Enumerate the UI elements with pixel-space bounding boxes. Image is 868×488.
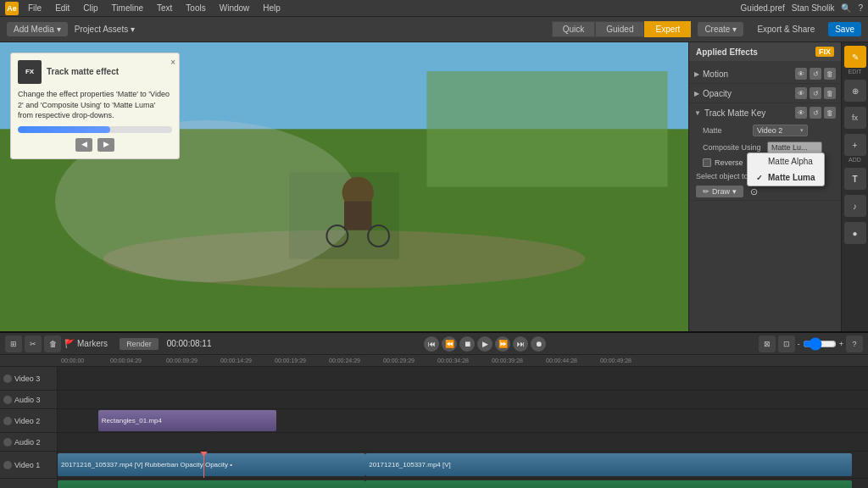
- track-eye-video3[interactable]: [3, 374, 12, 383]
- opacity-eye-icon[interactable]: 👁: [795, 87, 807, 99]
- video1-clip-1[interactable]: 20171216_105337.mp4 [V] Rubberban Opacit…: [58, 453, 365, 477]
- menu-window[interactable]: Window: [217, 3, 253, 13]
- mode-tabs: Quick Guided Expert: [552, 21, 692, 37]
- track-content-audio3-top: [58, 391, 868, 408]
- timeline-ruler: 00:00:00 00:00:04:29 00:00:09:29 00:00:1…: [0, 355, 868, 367]
- project-assets-button[interactable]: Project Assets ▾: [75, 25, 135, 34]
- track-matte-eye-icon[interactable]: 👁: [795, 107, 807, 119]
- composite-row: Composite Using Matte Lu... ▾ Matte Alph…: [689, 139, 841, 156]
- motion-reset-icon[interactable]: ↺: [810, 68, 821, 80]
- composite-option-matte-alpha[interactable]: Matte Alpha: [748, 153, 824, 169]
- tooltip-box: FX Track matte effect × Change the effec…: [10, 53, 180, 159]
- ruler-time-3: 00:00:14:29: [220, 358, 252, 363]
- track-matte-delete-icon[interactable]: 🗑: [824, 107, 836, 119]
- tool-audio-button[interactable]: ♪: [844, 195, 866, 217]
- video1-clip-2[interactable]: 20171216_105337.mp4 [V]: [365, 453, 852, 477]
- tool-transform-button[interactable]: ⊕: [844, 80, 866, 102]
- matte-dropdown[interactable]: Video 2 ▾: [753, 125, 808, 136]
- main-content: FX Track matte effect × Change the effec…: [0, 42, 868, 331]
- track-header-video3: Video 3: [0, 367, 58, 390]
- tool-group-audio: ♪: [844, 195, 866, 217]
- effect-group-opacity-header[interactable]: ▶ Opacity 👁 ↺ 🗑: [689, 84, 841, 103]
- transport-stop[interactable]: ⏹: [459, 336, 475, 352]
- matte-dropdown-arrow: ▾: [800, 127, 804, 134]
- draw-extra-icon[interactable]: ⊙: [750, 186, 758, 197]
- menu-clip[interactable]: Clip: [81, 3, 100, 13]
- timeline-help-button[interactable]: ?: [846, 336, 863, 352]
- tooltip-next-button[interactable]: ▶: [97, 138, 114, 152]
- track-eye-video1[interactable]: [3, 461, 12, 469]
- tooltip-prev-button[interactable]: ◀: [75, 138, 92, 152]
- tool-effects-button[interactable]: fx: [844, 107, 866, 129]
- effect-group-track-matte-header[interactable]: ▼ Track Matte Key 👁 ↺ 🗑: [689, 103, 841, 122]
- timeline-tool-1[interactable]: ⊞: [5, 336, 22, 352]
- video2-clip-1[interactable]: Rectangles_01.mp4: [98, 410, 276, 430]
- menu-tools[interactable]: Tools: [183, 3, 208, 13]
- help-icon[interactable]: ?: [858, 3, 863, 13]
- audio3-clip-2[interactable]: 20171216_105337.mp4 [A]: [365, 480, 852, 488]
- transport-goto-start[interactable]: ⏮: [424, 336, 439, 352]
- effect-group-opacity: ▶ Opacity 👁 ↺ 🗑: [689, 84, 841, 103]
- menu-help[interactable]: Help: [260, 3, 283, 13]
- tab-guided[interactable]: Guided: [595, 21, 644, 37]
- track-header-audio3-top: Audio 3: [0, 391, 58, 408]
- timeline-tool-3[interactable]: 🗑: [44, 336, 61, 352]
- tab-quick[interactable]: Quick: [552, 21, 596, 37]
- export-share-label: Export & Share: [757, 25, 815, 34]
- menu-timeline[interactable]: Timeline: [109, 3, 146, 13]
- ruler-time-7: 00:00:34:28: [437, 358, 469, 363]
- create-button[interactable]: Create ▾: [698, 22, 743, 36]
- track-matte-reset-icon[interactable]: ↺: [810, 107, 821, 119]
- transport-record[interactable]: ⏺: [531, 336, 546, 352]
- fix-label[interactable]: FIX: [815, 47, 834, 57]
- add-media-button[interactable]: Add Media ▾: [7, 22, 68, 36]
- track-header-video1: Video 1: [0, 452, 58, 478]
- track-audio2: Audio 2: [0, 433, 868, 452]
- timeline-toggle-2[interactable]: ⊡: [778, 336, 795, 352]
- transport-rewind[interactable]: ⏪: [442, 336, 457, 352]
- menu-text[interactable]: Text: [154, 3, 175, 13]
- zoom-slider[interactable]: [803, 337, 837, 351]
- composite-dropdown-trigger[interactable]: Matte Lu... ▾: [767, 141, 822, 153]
- track-matte-icons: 👁 ↺ 🗑: [795, 107, 836, 119]
- opacity-delete-icon[interactable]: 🗑: [824, 87, 836, 99]
- export-share-button[interactable]: Export & Share: [750, 22, 821, 36]
- applied-effects-title: Applied Effects: [696, 47, 758, 57]
- clip-label-video2-1: Rectangles_01.mp4: [102, 417, 162, 424]
- tool-edit-button[interactable]: ✎: [844, 46, 866, 68]
- effect-group-motion-header[interactable]: ▶ Motion 👁 ↺ 🗑: [689, 64, 841, 83]
- composite-options-dropdown: Matte Alpha ✓ Matte Luma: [747, 152, 825, 186]
- reverse-checkbox[interactable]: [703, 158, 711, 167]
- transport-fast-forward[interactable]: ⏩: [495, 336, 510, 352]
- zoom-minus-icon[interactable]: -: [798, 340, 800, 348]
- tool-record-button[interactable]: ●: [844, 222, 866, 244]
- ruler-time-4: 00:00:19:29: [275, 358, 306, 363]
- track-eye-audio2[interactable]: [3, 438, 12, 446]
- draw-button[interactable]: ✏ Draw ▾: [696, 186, 743, 197]
- composite-option-matte-luma[interactable]: ✓ Matte Luma: [748, 169, 824, 186]
- motion-delete-icon[interactable]: 🗑: [824, 68, 836, 80]
- search-icon[interactable]: 🔍: [841, 3, 851, 13]
- tool-text-button[interactable]: T: [844, 168, 866, 190]
- close-icon[interactable]: ×: [170, 57, 175, 69]
- timeline-toggle-1[interactable]: ⊠: [759, 336, 776, 352]
- track-eye-audio3-top[interactable]: [3, 396, 12, 404]
- tooltip-nav-buttons: ◀ ▶: [18, 138, 172, 152]
- transport-goto-end[interactable]: ⏭: [513, 336, 528, 352]
- motion-eye-icon[interactable]: 👁: [795, 68, 807, 80]
- transport-play[interactable]: ▶: [477, 336, 492, 352]
- track-eye-video2[interactable]: [3, 417, 12, 425]
- add-media-label: Add Media: [14, 25, 54, 34]
- save-button[interactable]: Save: [828, 22, 861, 36]
- tab-expert[interactable]: Expert: [644, 21, 691, 37]
- tool-add-button[interactable]: +: [844, 134, 866, 156]
- clip-label-video1-2: 20171216_105337.mp4 [V]: [369, 461, 451, 469]
- render-button[interactable]: Render: [120, 338, 159, 350]
- zoom-plus-icon[interactable]: +: [839, 340, 843, 348]
- menu-file[interactable]: File: [25, 3, 44, 13]
- opacity-reset-icon[interactable]: ↺: [810, 87, 821, 99]
- tooltip-icon: FX: [18, 60, 42, 84]
- audio3-clip-1[interactable]: 20171216_105337.mp4 [A] Rubberban Volume…: [58, 480, 365, 488]
- timeline-tool-2[interactable]: ✂: [25, 336, 42, 352]
- menu-edit[interactable]: Edit: [53, 3, 72, 13]
